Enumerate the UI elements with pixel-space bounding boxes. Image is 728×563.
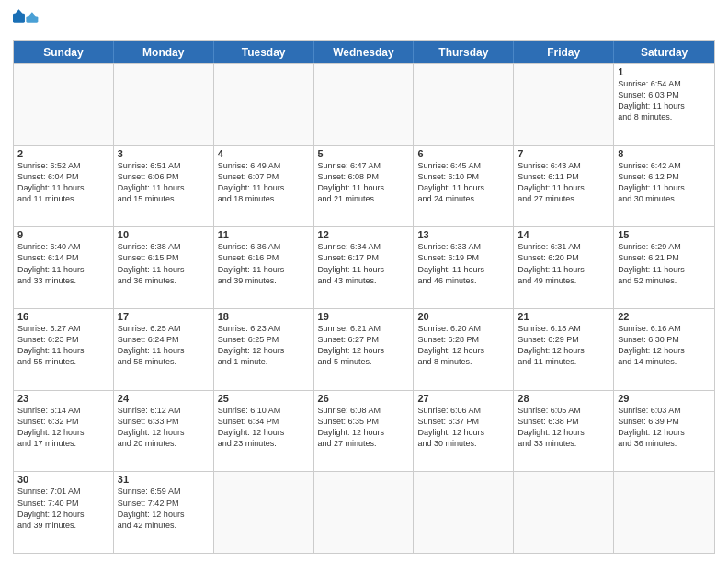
calendar-cell: 18Sunrise: 6:23 AM Sunset: 6:25 PM Dayli… [214,309,314,390]
cell-day-number: 31 [118,474,210,485]
cell-day-number: 4 [218,148,310,159]
cell-daylight-info: Sunrise: 6:54 AM Sunset: 6:03 PM Dayligh… [618,78,711,123]
calendar-cell: 12Sunrise: 6:34 AM Sunset: 6:17 PM Dayli… [314,227,415,308]
calendar-cell: 29Sunrise: 6:03 AM Sunset: 6:39 PM Dayli… [614,391,714,472]
cell-day-number: 24 [118,393,210,404]
cell-day-number: 9 [17,229,109,240]
calendar-week-1: 1Sunrise: 6:54 AM Sunset: 6:03 PM Daylig… [14,63,714,145]
calendar-cell: 3Sunrise: 6:51 AM Sunset: 6:06 PM Daylig… [114,146,214,227]
calendar-cell: 5Sunrise: 6:47 AM Sunset: 6:08 PM Daylig… [314,146,415,227]
cell-day-number: 7 [518,148,609,159]
generalblue-logo-icon [13,9,46,35]
cell-day-number: 11 [218,229,310,240]
calendar-cell: 24Sunrise: 6:12 AM Sunset: 6:33 PM Dayli… [114,391,214,472]
cell-daylight-info: Sunrise: 6:21 AM Sunset: 6:27 PM Dayligh… [318,323,410,368]
calendar-cell: 6Sunrise: 6:45 AM Sunset: 6:10 PM Daylig… [414,146,514,227]
cell-daylight-info: Sunrise: 6:08 AM Sunset: 6:35 PM Dayligh… [318,405,410,450]
weekday-header-saturday: Saturday [614,41,714,63]
page: SundayMondayTuesdayWednesdayThursdayFrid… [0,0,728,563]
cell-daylight-info: Sunrise: 6:47 AM Sunset: 6:08 PM Dayligh… [318,160,410,205]
calendar-cell: 11Sunrise: 6:36 AM Sunset: 6:16 PM Dayli… [214,227,314,308]
cell-day-number: 1 [618,66,711,77]
calendar-cell: 28Sunrise: 6:05 AM Sunset: 6:38 PM Dayli… [514,391,614,472]
calendar-cell: 31Sunrise: 6:59 AM Sunset: 7:42 PM Dayli… [114,472,214,553]
calendar-cell [314,64,415,145]
cell-day-number: 20 [417,311,509,322]
calendar-cell: 10Sunrise: 6:38 AM Sunset: 6:15 PM Dayli… [114,227,214,308]
calendar-cell: 1Sunrise: 6:54 AM Sunset: 6:03 PM Daylig… [614,64,714,145]
cell-daylight-info: Sunrise: 6:38 AM Sunset: 6:15 PM Dayligh… [118,241,210,286]
calendar-cell: 8Sunrise: 6:42 AM Sunset: 6:12 PM Daylig… [614,146,714,227]
cell-daylight-info: Sunrise: 6:14 AM Sunset: 6:32 PM Dayligh… [17,405,109,450]
cell-day-number: 8 [618,148,711,159]
calendar-week-4: 16Sunrise: 6:27 AM Sunset: 6:23 PM Dayli… [14,308,714,390]
cell-day-number: 23 [17,393,109,404]
calendar-cell: 25Sunrise: 6:10 AM Sunset: 6:34 PM Dayli… [214,391,314,472]
cell-day-number: 26 [318,393,410,404]
calendar-week-6: 30Sunrise: 7:01 AM Sunset: 7:40 PM Dayli… [14,471,714,553]
calendar-cell: 17Sunrise: 6:25 AM Sunset: 6:24 PM Dayli… [114,309,214,390]
svg-marker-3 [26,12,38,18]
cell-daylight-info: Sunrise: 7:01 AM Sunset: 7:40 PM Dayligh… [17,486,109,531]
cell-daylight-info: Sunrise: 6:20 AM Sunset: 6:28 PM Dayligh… [417,323,509,368]
calendar-cell [114,64,214,145]
cell-day-number: 14 [518,229,609,240]
calendar-cell [614,472,714,553]
cell-day-number: 13 [417,229,509,240]
calendar-cell [14,64,114,145]
calendar-cell [414,64,514,145]
cell-daylight-info: Sunrise: 6:16 AM Sunset: 6:30 PM Dayligh… [618,323,711,368]
cell-daylight-info: Sunrise: 6:42 AM Sunset: 6:12 PM Dayligh… [618,160,711,205]
cell-day-number: 2 [17,148,109,159]
cell-daylight-info: Sunrise: 6:03 AM Sunset: 6:39 PM Dayligh… [618,405,711,450]
cell-daylight-info: Sunrise: 6:34 AM Sunset: 6:17 PM Dayligh… [318,241,410,286]
cell-daylight-info: Sunrise: 6:59 AM Sunset: 7:42 PM Dayligh… [118,486,210,531]
calendar: SundayMondayTuesdayWednesdayThursdayFrid… [13,40,715,554]
weekday-header-tuesday: Tuesday [214,41,314,63]
cell-day-number: 22 [618,311,711,322]
weekday-header-wednesday: Wednesday [314,41,415,63]
calendar-cell: 7Sunrise: 6:43 AM Sunset: 6:11 PM Daylig… [514,146,614,227]
calendar-cell [314,472,415,553]
cell-day-number: 30 [17,474,109,485]
cell-daylight-info: Sunrise: 6:45 AM Sunset: 6:10 PM Dayligh… [417,160,509,205]
calendar-week-5: 23Sunrise: 6:14 AM Sunset: 6:32 PM Dayli… [14,390,714,472]
cell-day-number: 21 [518,311,609,322]
calendar-cell: 4Sunrise: 6:49 AM Sunset: 6:07 PM Daylig… [214,146,314,227]
cell-day-number: 12 [318,229,410,240]
calendar-cell: 9Sunrise: 6:40 AM Sunset: 6:14 PM Daylig… [14,227,114,308]
calendar-week-2: 2Sunrise: 6:52 AM Sunset: 6:04 PM Daylig… [14,145,714,227]
cell-daylight-info: Sunrise: 6:40 AM Sunset: 6:14 PM Dayligh… [17,241,109,286]
cell-daylight-info: Sunrise: 6:10 AM Sunset: 6:34 PM Dayligh… [218,405,310,450]
cell-daylight-info: Sunrise: 6:31 AM Sunset: 6:20 PM Dayligh… [518,241,609,286]
logo [13,9,50,35]
calendar-cell: 27Sunrise: 6:06 AM Sunset: 6:37 PM Dayli… [414,391,514,472]
calendar-cell: 19Sunrise: 6:21 AM Sunset: 6:27 PM Dayli… [314,309,415,390]
cell-day-number: 10 [118,229,210,240]
calendar-cell: 26Sunrise: 6:08 AM Sunset: 6:35 PM Dayli… [314,391,415,472]
calendar-cell [414,472,514,553]
cell-daylight-info: Sunrise: 6:33 AM Sunset: 6:19 PM Dayligh… [417,241,509,286]
calendar-cell: 14Sunrise: 6:31 AM Sunset: 6:20 PM Dayli… [514,227,614,308]
cell-daylight-info: Sunrise: 6:49 AM Sunset: 6:07 PM Dayligh… [218,160,310,205]
cell-day-number: 6 [417,148,509,159]
cell-day-number: 16 [17,311,109,322]
cell-daylight-info: Sunrise: 6:25 AM Sunset: 6:24 PM Dayligh… [118,323,210,368]
calendar-cell: 21Sunrise: 6:18 AM Sunset: 6:29 PM Dayli… [514,309,614,390]
weekday-header-monday: Monday [114,41,214,63]
cell-daylight-info: Sunrise: 6:18 AM Sunset: 6:29 PM Dayligh… [518,323,609,368]
cell-day-number: 29 [618,393,711,404]
cell-day-number: 27 [417,393,509,404]
calendar-cell: 16Sunrise: 6:27 AM Sunset: 6:23 PM Dayli… [14,309,114,390]
cell-day-number: 15 [618,229,711,240]
cell-day-number: 5 [318,148,410,159]
cell-daylight-info: Sunrise: 6:27 AM Sunset: 6:23 PM Dayligh… [17,323,109,368]
calendar-week-3: 9Sunrise: 6:40 AM Sunset: 6:14 PM Daylig… [14,226,714,308]
cell-daylight-info: Sunrise: 6:05 AM Sunset: 6:38 PM Dayligh… [518,405,609,450]
cell-daylight-info: Sunrise: 6:51 AM Sunset: 6:06 PM Dayligh… [118,160,210,205]
calendar-body: 1Sunrise: 6:54 AM Sunset: 6:03 PM Daylig… [14,63,714,553]
cell-day-number: 19 [318,311,410,322]
calendar-cell: 15Sunrise: 6:29 AM Sunset: 6:21 PM Dayli… [614,227,714,308]
calendar-cell [214,64,314,145]
calendar-cell: 30Sunrise: 7:01 AM Sunset: 7:40 PM Dayli… [14,472,114,553]
